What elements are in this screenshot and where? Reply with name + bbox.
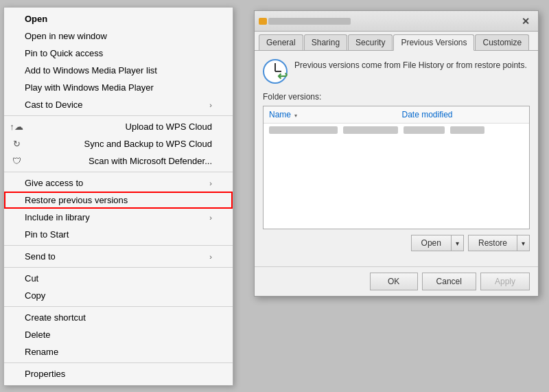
menu-item-label: Create shortcut xyxy=(25,312,86,323)
header-date-label: Date modified xyxy=(402,110,453,119)
menu-item-include-library[interactable]: Include in library › xyxy=(4,209,233,226)
folder-versions-label: Folder versions: xyxy=(263,92,530,102)
menu-item-rename[interactable]: Rename xyxy=(4,343,233,360)
title-text-blur xyxy=(268,18,351,25)
open-button[interactable]: Open xyxy=(411,235,452,251)
menu-item-create-shortcut[interactable]: Create shortcut xyxy=(4,309,233,326)
info-row: ↩ Previous versions come from File Histo… xyxy=(263,59,530,84)
menu-separator xyxy=(4,172,233,172)
menu-item-copy[interactable]: Copy xyxy=(4,287,233,304)
menu-item-open[interactable]: Open xyxy=(4,10,233,27)
tab-security[interactable]: Security xyxy=(348,34,393,50)
menu-item-play-wmp[interactable]: Play with Windows Media Player xyxy=(4,79,233,96)
menu-item-label: Scan with Microsoft Defender... xyxy=(89,156,212,166)
menu-item-label: Play with Windows Media Player xyxy=(25,82,154,93)
menu-item-pin-quick-access[interactable]: Pin to Quick access xyxy=(4,45,233,62)
tab-general[interactable]: General xyxy=(259,34,303,50)
menu-separator xyxy=(4,306,233,307)
cloud-upload-icon: ↑☁ xyxy=(10,122,23,132)
menu-item-properties[interactable]: Properties xyxy=(4,365,233,382)
open-restore-row: Open ▾ Restore ▾ xyxy=(263,235,530,251)
ok-button[interactable]: OK xyxy=(370,273,418,290)
menu-item-label: Cut xyxy=(25,273,38,284)
restore-button[interactable]: Restore xyxy=(468,235,517,251)
cancel-button[interactable]: Cancel xyxy=(422,273,476,290)
menu-item-open-new-window[interactable]: Open in new window xyxy=(4,27,233,45)
header-name[interactable]: Name ▾ xyxy=(264,108,397,121)
blur-data-date2 xyxy=(404,126,445,134)
menu-item-open-label: Open xyxy=(25,14,47,24)
menu-item-upload-wps[interactable]: ↑☁ Upload to WPS Cloud xyxy=(4,118,233,135)
menu-separator xyxy=(4,267,233,268)
menu-item-label: Sync and Backup to WPS Cloud xyxy=(84,139,212,149)
restore-arrow-icon: ↩ xyxy=(277,69,288,84)
header-name-label: Name xyxy=(269,110,291,119)
open-dropdown-button[interactable]: ▾ xyxy=(452,235,464,251)
title-icon xyxy=(259,18,267,25)
header-date-modified[interactable]: Date modified xyxy=(397,108,530,121)
submenu-arrow-icon: › xyxy=(209,214,212,222)
blur-data-date3 xyxy=(450,126,484,134)
blur-data-date1 xyxy=(343,126,398,134)
tabs-bar: General Sharing Security Previous Versio… xyxy=(255,32,538,51)
context-menu: Open Open in new window Pin to Quick acc… xyxy=(3,7,233,386)
versions-list-area: Name ▾ Date modified xyxy=(263,106,530,229)
submenu-arrow-icon: › xyxy=(209,101,212,109)
blurred-data-row xyxy=(264,124,529,137)
menu-item-label: Upload to WPS Cloud xyxy=(126,122,212,132)
panel-content: ↩ Previous versions come from File Histo… xyxy=(255,51,538,266)
submenu-arrow-icon: › xyxy=(209,253,212,261)
submenu-arrow-icon: › xyxy=(209,179,212,187)
menu-item-add-wmp[interactable]: Add to Windows Media Player list xyxy=(4,62,233,79)
tab-customize[interactable]: Customize xyxy=(475,34,529,50)
tab-sharing[interactable]: Sharing xyxy=(304,34,347,50)
open-button-group: Open ▾ xyxy=(411,235,464,251)
dialog-buttons: OK Cancel Apply xyxy=(255,266,538,296)
menu-item-pin-start[interactable]: Pin to Start xyxy=(4,226,233,243)
menu-item-label: Pin to Quick access xyxy=(25,48,103,58)
menu-item-label: Properties xyxy=(25,369,65,379)
menu-item-label: Cast to Device xyxy=(25,100,83,110)
menu-separator xyxy=(4,362,233,363)
menu-item-send-to[interactable]: Send to › xyxy=(4,248,233,265)
close-button[interactable]: ✕ xyxy=(517,14,534,28)
versions-list-header: Name ▾ Date modified xyxy=(264,106,529,124)
menu-item-label: Give access to xyxy=(25,178,83,188)
restore-icon-wrap: ↩ xyxy=(263,59,288,84)
restore-dropdown-button[interactable]: ▾ xyxy=(517,235,530,251)
menu-item-label: Copy xyxy=(25,290,45,301)
menu-item-label: Send to xyxy=(25,251,56,262)
menu-item-label: Restore previous versions xyxy=(25,195,128,205)
menu-item-restore-versions[interactable]: Restore previous versions xyxy=(4,192,233,209)
info-text: Previous versions come from File History… xyxy=(294,59,527,71)
blur-data-name xyxy=(269,126,338,134)
restore-button-group: Restore ▾ xyxy=(468,235,530,251)
menu-item-label: Include in library xyxy=(25,212,90,222)
shield-icon: 🛡 xyxy=(10,156,23,166)
menu-separator xyxy=(4,115,233,116)
menu-item-cut[interactable]: Cut xyxy=(4,270,233,287)
menu-item-sync-wps[interactable]: ↻ Sync and Backup to WPS Cloud xyxy=(4,135,233,152)
apply-button[interactable]: Apply xyxy=(480,273,530,290)
menu-item-scan-defender[interactable]: 🛡 Scan with Microsoft Defender... xyxy=(4,152,233,170)
menu-item-label: Open in new window xyxy=(25,31,107,41)
menu-item-label: Delete xyxy=(25,330,51,340)
menu-item-give-access[interactable]: Give access to › xyxy=(4,174,233,192)
window-titlebar: ✕ xyxy=(255,11,538,32)
sync-icon: ↻ xyxy=(10,139,23,149)
menu-item-label: Rename xyxy=(25,347,58,357)
sort-arrow-icon: ▾ xyxy=(294,113,297,119)
titlebar-title-area xyxy=(259,18,517,25)
menu-item-cast-device[interactable]: Cast to Device › xyxy=(4,96,233,113)
properties-window: ✕ General Sharing Security Previous Vers… xyxy=(254,10,539,297)
menu-item-label: Pin to Start xyxy=(25,229,69,240)
tab-previous-versions[interactable]: Previous Versions xyxy=(393,34,474,51)
menu-item-delete[interactable]: Delete xyxy=(4,326,233,343)
menu-item-label: Add to Windows Media Player list xyxy=(25,65,157,76)
menu-separator xyxy=(4,245,233,246)
